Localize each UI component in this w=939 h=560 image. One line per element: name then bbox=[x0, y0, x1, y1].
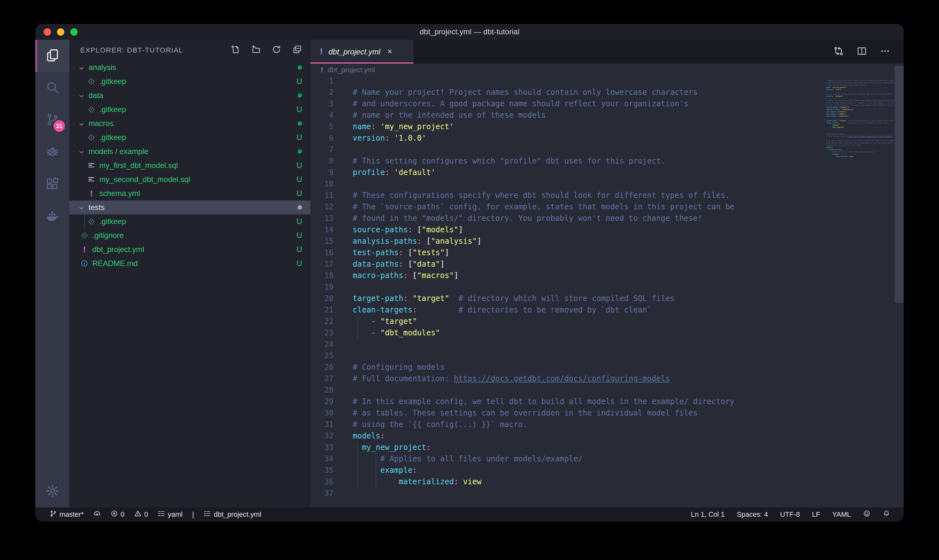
code-token: "models" bbox=[422, 225, 459, 234]
code-line[interactable]: 15analysis-paths: ["analysis"] bbox=[310, 235, 904, 247]
code-line[interactable]: 32models: bbox=[310, 430, 904, 442]
code-line[interactable]: 2# Name your project! Project names shou… bbox=[310, 86, 904, 98]
tree-item-readme-md[interactable]: README.mdU bbox=[69, 257, 310, 271]
tree-item-data[interactable]: data bbox=[69, 88, 310, 103]
code-line[interactable]: 7 bbox=[310, 144, 904, 155]
code-line[interactable]: 8# This setting configures which "profil… bbox=[310, 155, 904, 167]
code-line[interactable]: 10 bbox=[310, 178, 904, 190]
editor-actions bbox=[833, 40, 904, 64]
code-line[interactable]: 34 # Applies to all files under models/e… bbox=[310, 453, 904, 465]
tree-item-dbt-project-yml[interactable]: !dbt_project.ymlU bbox=[69, 243, 310, 257]
tree-item-analysis[interactable]: analysis bbox=[69, 60, 310, 74]
status-item-label: Spaces: 4 bbox=[737, 510, 768, 518]
code-line[interactable]: 25 bbox=[310, 350, 904, 362]
collapse-all-icon[interactable] bbox=[292, 45, 302, 56]
code-line[interactable]: 33 my_new_project: bbox=[310, 442, 904, 453]
tree-item-label: .gitkeep bbox=[99, 105, 126, 114]
tree-item-schema-yml[interactable]: !schema.ymlU bbox=[69, 186, 310, 200]
tree-item-models-example[interactable]: models / example bbox=[69, 145, 310, 158]
code-line[interactable]: 27# Full documentation: https://docs.get… bbox=[310, 373, 904, 385]
activity-item-explorer[interactable] bbox=[35, 40, 69, 72]
tree-item-gitkeep[interactable]: .gitkeepU bbox=[69, 214, 310, 228]
line-number: 28 bbox=[310, 385, 334, 396]
breadcrumb[interactable]: ! dbt_project.yml bbox=[310, 64, 904, 76]
code-line[interactable]: 22 - "target" bbox=[310, 315, 904, 327]
status-item-sync-publish[interactable] bbox=[93, 510, 101, 519]
tree-item-macros[interactable]: macros bbox=[69, 117, 310, 131]
status-item-language-mode[interactable]: YAML bbox=[832, 510, 851, 518]
code-line[interactable]: 37 bbox=[310, 488, 904, 499]
code-token: '1.0.0' bbox=[835, 88, 842, 90]
code-line[interactable]: 17data-paths: ["data"] bbox=[310, 258, 904, 270]
code-line[interactable]: 4# name or the intended use of these mod… bbox=[310, 109, 904, 121]
code-line[interactable]: 14source-paths: ["models"] bbox=[310, 224, 904, 235]
status-item-feedback[interactable] bbox=[863, 510, 871, 519]
status-item-indentation[interactable]: Spaces: 4 bbox=[737, 510, 768, 518]
tree-item-gitignore[interactable]: .gitignoreU bbox=[69, 228, 310, 243]
code-line[interactable]: 35 example: bbox=[310, 465, 904, 476]
code-line[interactable]: 24 bbox=[310, 338, 904, 350]
activity-item-source-control[interactable]: 11 bbox=[35, 104, 69, 136]
tab-close-icon[interactable]: × bbox=[387, 47, 393, 57]
code-line[interactable]: 9profile: 'default' bbox=[310, 167, 904, 178]
code-line[interactable]: 16test-paths: ["tests"] bbox=[310, 247, 904, 258]
activity-item-debug[interactable] bbox=[35, 136, 69, 168]
code-line[interactable]: 28 bbox=[310, 385, 904, 396]
code-line[interactable]: 11# These configurations specify where d… bbox=[310, 190, 904, 201]
code-line[interactable]: 5name: 'my_new_project' bbox=[310, 121, 904, 132]
code-line[interactable]: 13# found in the "models/" directory. Yo… bbox=[310, 212, 904, 224]
code-line[interactable]: 1 bbox=[310, 75, 904, 86]
code-line[interactable]: 26# Configuring models bbox=[310, 362, 904, 373]
split-editor-icon[interactable] bbox=[857, 46, 867, 58]
code-token: - bbox=[371, 328, 376, 337]
tree-item-gitkeep[interactable]: .gitkeepU bbox=[69, 131, 310, 145]
tree-item-tests[interactable]: tests bbox=[69, 200, 310, 214]
explorer-sidebar: EXPLORER: DBT-TUTORIAL analysis.gitkeepU… bbox=[69, 40, 310, 508]
code-line[interactable]: 21clean-targets: # directories to be rem… bbox=[310, 304, 904, 315]
code-line[interactable]: 12# The `source-paths` config, for examp… bbox=[310, 201, 904, 212]
status-item-encoding[interactable]: UTF-8 bbox=[780, 510, 800, 518]
editor-scrollbar[interactable] bbox=[895, 66, 904, 303]
status-item-warnings[interactable]: 0 bbox=[134, 510, 148, 519]
tree-item-my-second-dbt-model-sql[interactable]: my_second_dbt_model.sqlU bbox=[69, 172, 310, 186]
minimap[interactable]: # Name your project! Project names shoul… bbox=[826, 77, 894, 508]
code-line[interactable]: 20target-path: "target" # directory whic… bbox=[310, 293, 904, 304]
code-line[interactable]: 3# and underscores. A good package name … bbox=[310, 98, 904, 109]
status-item-yaml-file[interactable]: dbt_project.yml bbox=[203, 510, 261, 519]
code-line[interactable]: 6version: '1.0.0' bbox=[310, 132, 904, 144]
code-line[interactable]: 23 - "dbt_modules" bbox=[310, 327, 904, 338]
status-item-notifications[interactable] bbox=[883, 510, 890, 519]
code-line[interactable]: 31# using the `{{ config(...) }}` macro. bbox=[310, 419, 904, 430]
code-line[interactable]: 30# as tables. These settings can be ove… bbox=[310, 407, 904, 419]
code-token: macro-paths bbox=[353, 271, 403, 280]
activity-item-extensions[interactable] bbox=[35, 168, 69, 200]
activity-item-docker[interactable] bbox=[35, 200, 69, 232]
code-token: "analysis" bbox=[431, 237, 477, 246]
code-line[interactable]: 18macro-paths: ["macros"] bbox=[310, 270, 904, 281]
status-item-yaml-schema[interactable]: yaml bbox=[157, 510, 182, 519]
code-editor[interactable]: 12# Name your project! Project names sho… bbox=[310, 75, 904, 508]
tab-dbt-project-yml[interactable]: ! dbt_project.yml × bbox=[310, 40, 414, 64]
code-line[interactable]: 36 materialized: view bbox=[310, 476, 904, 488]
activity-item-settings[interactable] bbox=[35, 475, 69, 508]
refresh-icon[interactable] bbox=[271, 45, 282, 56]
code-line[interactable]: 19 bbox=[310, 281, 904, 293]
line-number: 18 bbox=[310, 270, 334, 281]
ellipsis-icon[interactable] bbox=[880, 46, 890, 58]
status-item-errors[interactable]: 0 bbox=[111, 510, 125, 519]
compare-changes-icon[interactable] bbox=[833, 46, 844, 58]
code-line[interactable]: 29# In this example config, we tell dbt … bbox=[310, 396, 904, 407]
activity-item-search[interactable] bbox=[35, 72, 69, 104]
code-token: # Full documentation: bbox=[353, 374, 454, 383]
tree-item-my-first-dbt-model-sql[interactable]: my_first_dbt_model.sqlU bbox=[69, 158, 310, 172]
close-button[interactable] bbox=[44, 28, 51, 35]
status-item-cursor-position[interactable]: Ln 1, Col 1 bbox=[691, 510, 725, 518]
zoom-button[interactable] bbox=[70, 28, 78, 35]
status-item-git-branch[interactable]: master* bbox=[49, 510, 84, 519]
tree-item-gitkeep[interactable]: .gitkeepU bbox=[69, 103, 310, 117]
status-item-eol[interactable]: LF bbox=[812, 510, 820, 518]
tree-item-gitkeep[interactable]: .gitkeepU bbox=[69, 74, 310, 88]
minimize-button[interactable] bbox=[57, 28, 64, 35]
new-folder-icon[interactable] bbox=[251, 45, 261, 56]
new-file-icon[interactable] bbox=[230, 45, 240, 56]
